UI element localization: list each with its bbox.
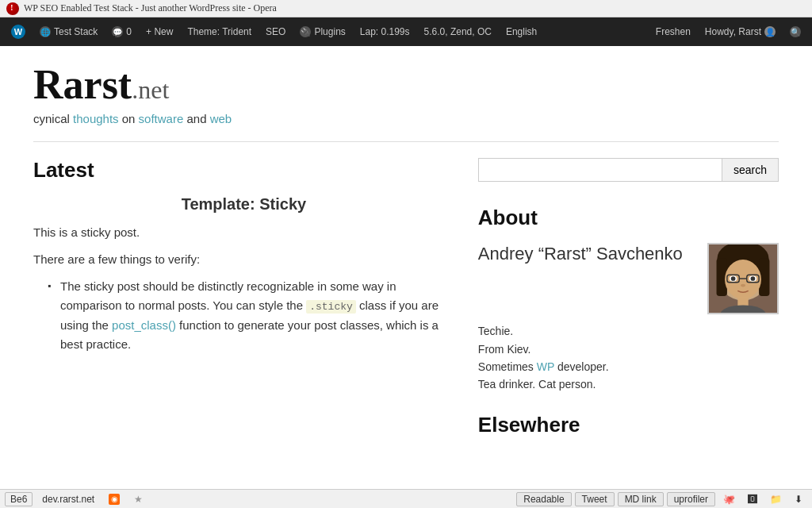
globe-icon: 🌐	[40, 26, 51, 37]
admin-bar-plugins[interactable]: 🔌 Plugins	[293, 23, 351, 40]
about-info: Andrey “Rarst” Savchenko	[478, 243, 779, 314]
tagline-software-link[interactable]: software	[139, 112, 184, 125]
avatar	[707, 243, 779, 314]
admin-bar-howdy[interactable]: Howdy, Rarst 👤	[699, 23, 782, 40]
list-item: The sticky post should be distinctly rec…	[49, 277, 454, 354]
post-list: The sticky post should be distinctly rec…	[33, 277, 454, 354]
tagline-text1: cynical	[33, 112, 73, 125]
title-bar: WP SEO Enabled Test Stack - Just another…	[0, 0, 812, 17]
wp-logo-button[interactable]: W	[5, 21, 32, 42]
admin-bar-english[interactable]: English	[500, 23, 543, 40]
tagline-thoughts-link[interactable]: thoughts	[73, 112, 119, 125]
admin-bar: W 🌐 Test Stack 💬 0 + New Theme: Trident …	[0, 17, 812, 46]
header-divider	[33, 141, 779, 142]
elsewhere-heading: Elsewhere	[478, 413, 779, 437]
about-name: Andrey “Rarst” Savchenko	[478, 243, 696, 266]
site-wrapper: Rarst.net cynical thoughts on software a…	[10, 46, 802, 466]
svg-point-11	[731, 276, 736, 281]
post-title: Template: Sticky	[33, 195, 454, 214]
admin-bar-comments[interactable]: 💬 0	[105, 23, 138, 40]
site-title: Rarst.net	[33, 62, 779, 107]
admin-bar-version[interactable]: 5.6.0, Zend, OC	[418, 23, 498, 40]
admin-bar-search[interactable]: 🔍	[783, 23, 807, 40]
latest-heading: Latest	[33, 158, 454, 183]
svg-point-13	[741, 284, 745, 287]
tagline-text3: and	[183, 112, 209, 125]
sidebar-column: search About Andrey “Rarst” Savchenko	[478, 158, 779, 450]
about-bio: Techie. From Kiev. Sometimes WP develope…	[478, 322, 779, 394]
admin-bar-right: Freshen Howdy, Rarst 👤 🔍	[649, 23, 807, 40]
admin-bar-seo[interactable]: SEO	[259, 23, 292, 40]
user-icon: 👤	[764, 26, 776, 37]
plugin-icon: 🔌	[300, 26, 311, 37]
admin-bar-teststack[interactable]: 🌐 Test Stack	[33, 23, 104, 40]
search-button[interactable]: search	[722, 158, 779, 182]
admin-bar-new[interactable]: + New	[140, 23, 179, 40]
search-input[interactable]	[478, 158, 722, 182]
admin-bar-freshen[interactable]: Freshen	[649, 23, 697, 40]
main-layout: Latest Template: Sticky This is a sticky…	[33, 158, 779, 450]
post-article: Template: Sticky This is a sticky post. …	[33, 195, 454, 354]
site-header: Rarst.net	[33, 62, 779, 107]
about-heading: About	[478, 206, 779, 230]
admin-bar-theme[interactable]: Theme: Trident	[181, 23, 258, 40]
post-intro-1: This is a sticky post.	[33, 223, 454, 242]
code-sticky: .sticky	[306, 300, 356, 314]
tagline-text2: on	[119, 112, 139, 125]
search-icon: 🔍	[790, 26, 801, 37]
post-class-link[interactable]: post_class()	[112, 318, 176, 332]
tagline: cynical thoughts on software and web	[33, 112, 779, 125]
svg-point-12	[751, 276, 756, 281]
comment-icon: 💬	[112, 26, 123, 37]
search-box: search	[478, 158, 779, 182]
about-section: Andrey “Rarst” Savchenko	[478, 243, 779, 450]
tagline-web-link[interactable]: web	[210, 112, 232, 125]
page-title: WP SEO Enabled Test Stack - Just another…	[24, 2, 277, 14]
wp-link[interactable]: WP	[537, 360, 554, 373]
browser-favicon	[6, 2, 19, 15]
content-column: Latest Template: Sticky This is a sticky…	[33, 158, 454, 450]
wordpress-icon: W	[11, 25, 25, 39]
admin-bar-lap[interactable]: Lap: 0.199s	[354, 23, 416, 40]
avatar-image	[709, 243, 777, 314]
post-intro-2: There are a few things to verify:	[33, 250, 454, 269]
site-tld: .net	[132, 75, 169, 104]
